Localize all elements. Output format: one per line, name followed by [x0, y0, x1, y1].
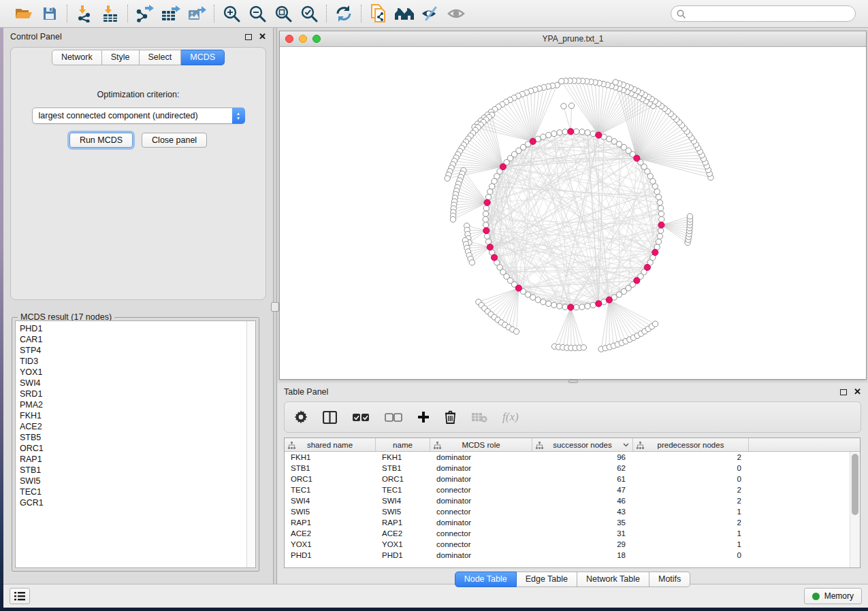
- delete-column-icon[interactable]: [445, 410, 456, 424]
- zoom-selected-icon[interactable]: [298, 3, 321, 24]
- open-file-icon[interactable]: [12, 3, 35, 24]
- clone-network-icon[interactable]: [367, 3, 390, 24]
- mcds-result-item[interactable]: PHD1: [20, 323, 246, 334]
- table-cell: ORC1: [285, 474, 376, 484]
- mcds-result-item[interactable]: TEC1: [20, 486, 246, 497]
- tab-style[interactable]: Style: [102, 50, 140, 65]
- table-row[interactable]: RAP1RAP1dominator352: [285, 517, 850, 528]
- table-cell: ORC1: [376, 474, 430, 484]
- save-session-icon[interactable]: [38, 3, 61, 24]
- table-row[interactable]: SWI4SWI4dominator462: [285, 495, 850, 506]
- table-row[interactable]: ORC1ORC1dominator610: [285, 474, 850, 484]
- table-cell: 18: [532, 550, 633, 561]
- column-header-name[interactable]: name: [376, 438, 430, 451]
- mcds-result-item[interactable]: STB1: [20, 465, 246, 476]
- tab-motifs[interactable]: Motifs: [649, 572, 690, 587]
- table-row[interactable]: TEC1TEC1connector472: [285, 484, 850, 495]
- table-cell: STB1: [285, 463, 376, 474]
- close-panel-button[interactable]: Close panel: [142, 133, 207, 148]
- column-header-successor-nodes[interactable]: successor nodes: [532, 438, 633, 451]
- show-all-icon[interactable]: [445, 3, 468, 24]
- search-input[interactable]: [689, 9, 850, 18]
- close-panel-icon[interactable]: ✕: [259, 33, 266, 40]
- table-row[interactable]: ACE2ACE2connector311: [285, 528, 850, 539]
- float-panel-icon[interactable]: [245, 34, 252, 40]
- mcds-result-item[interactable]: RAP1: [20, 454, 246, 465]
- table-cell: dominator: [430, 550, 532, 561]
- run-mcds-button[interactable]: Run MCDS: [69, 133, 133, 148]
- table-row[interactable]: FKH1FKH1dominator962: [285, 452, 850, 463]
- mcds-result-item[interactable]: FKH1: [20, 410, 246, 421]
- column-header-shared-name[interactable]: shared name: [285, 438, 376, 451]
- mcds-result-item[interactable]: GCR1: [20, 497, 246, 508]
- import-table-icon[interactable]: [99, 3, 122, 24]
- mcds-result-item[interactable]: CAR1: [20, 334, 246, 345]
- column-header-predecessor-nodes[interactable]: predecessor nodes: [633, 438, 749, 451]
- mcds-result-item[interactable]: STP4: [20, 345, 246, 356]
- table-row[interactable]: YOX1YOX1connector291: [285, 539, 850, 550]
- export-network-icon[interactable]: [133, 3, 157, 24]
- first-neighbors-icon[interactable]: [393, 3, 416, 24]
- table-cell: 2: [633, 484, 749, 495]
- mcds-result-item[interactable]: STB5: [20, 432, 246, 443]
- delete-table-icon[interactable]: [471, 412, 487, 423]
- close-panel-icon[interactable]: ✕: [854, 389, 861, 395]
- tab-mcds[interactable]: MCDS: [181, 50, 225, 65]
- mcds-panel: Optimization criterion: largest connecte…: [10, 47, 266, 300]
- task-history-button[interactable]: [10, 588, 30, 604]
- mcds-list-scrollbar[interactable]: [246, 321, 255, 567]
- memory-button[interactable]: Memory: [804, 588, 862, 604]
- mcds-result-item[interactable]: PMA2: [20, 399, 246, 410]
- tab-network[interactable]: Network: [52, 50, 102, 65]
- select-all-icon[interactable]: [352, 413, 370, 422]
- toggle-panel-icon[interactable]: [323, 411, 337, 424]
- import-network-icon[interactable]: [73, 3, 96, 24]
- zoom-out-icon[interactable]: [246, 3, 269, 24]
- export-table-icon[interactable]: [159, 3, 182, 24]
- mcds-result-item[interactable]: SWI4: [20, 378, 246, 389]
- mcds-result-item[interactable]: SRD1: [20, 389, 246, 399]
- float-panel-icon[interactable]: [840, 389, 847, 395]
- node-table-header: shared namenameMCDS rolesuccessor nodesp…: [285, 438, 860, 452]
- network-canvas[interactable]: [280, 47, 866, 379]
- table-settings-icon[interactable]: [294, 410, 308, 424]
- memory-status-icon: [812, 593, 820, 600]
- add-column-icon[interactable]: [417, 411, 430, 423]
- tab-select[interactable]: Select: [140, 50, 182, 65]
- table-row[interactable]: STB1STB1dominator620: [285, 463, 850, 474]
- deselect-all-icon[interactable]: [385, 413, 402, 422]
- mcds-result-item[interactable]: ACE2: [20, 421, 246, 432]
- tab-node-table[interactable]: Node Table: [455, 572, 517, 587]
- refresh-view-icon[interactable]: [332, 3, 355, 24]
- table-cell: connector: [430, 539, 532, 550]
- table-scrollbar[interactable]: [850, 452, 860, 567]
- mcds-result-list[interactable]: PHD1CAR1STP4TID3YOX1SWI4SRD1PMA2FKH1ACE2…: [16, 321, 246, 567]
- table-row[interactable]: SWI5SWI5connector431: [285, 506, 850, 517]
- list-icon: [14, 592, 25, 601]
- zoom-in-icon[interactable]: [220, 3, 243, 24]
- function-builder-icon[interactable]: f(x): [502, 410, 519, 424]
- table-cell: 1: [633, 506, 749, 517]
- table-cell: 61: [532, 474, 633, 484]
- control-panel-tabs: NetworkStyleSelectMCDS: [3, 50, 273, 65]
- export-image-icon[interactable]: [185, 3, 208, 24]
- mcds-result-item[interactable]: YOX1: [20, 367, 246, 378]
- tab-edge-table[interactable]: Edge Table: [517, 572, 577, 587]
- table-scrollbar-thumb[interactable]: [852, 454, 858, 515]
- table-cell: YOX1: [285, 539, 376, 550]
- table-cell: dominator: [430, 452, 532, 463]
- mcds-result-item[interactable]: ORC1: [20, 443, 246, 454]
- mcds-result-item[interactable]: TID3: [20, 356, 246, 367]
- tab-network-table[interactable]: Network Table: [577, 572, 649, 587]
- status-bar: Memory: [3, 584, 868, 608]
- column-header-MCDS-role[interactable]: MCDS role: [430, 438, 532, 451]
- table-cell: connector: [430, 484, 532, 495]
- table-toolbar: f(x): [284, 401, 861, 433]
- mcds-result-item[interactable]: SWI5: [20, 476, 246, 486]
- table-cell: 31: [532, 528, 633, 539]
- optimization-criterion-select[interactable]: largest connected component (undirected)…: [32, 108, 245, 124]
- table-row[interactable]: PHD1PHD1dominator180: [285, 550, 850, 561]
- hide-selected-icon[interactable]: [419, 3, 442, 24]
- table-cell: dominator: [430, 474, 532, 484]
- zoom-fit-icon[interactable]: [272, 3, 295, 24]
